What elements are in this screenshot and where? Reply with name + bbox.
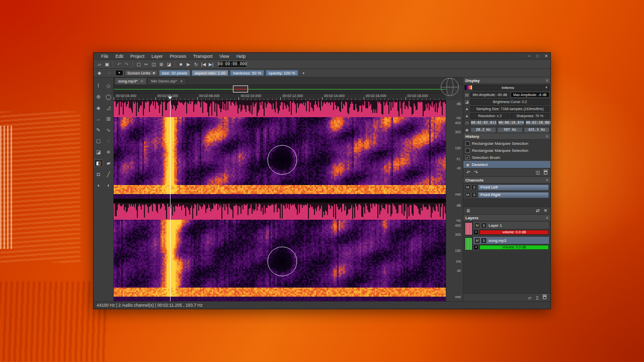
open-icon[interactable]: ▱ bbox=[96, 61, 103, 68]
loop-icon[interactable]: ↻ bbox=[192, 61, 200, 68]
brush-opacity-field[interactable]: opacity: 100 % bbox=[266, 70, 298, 76]
menu-process[interactable]: Process bbox=[167, 54, 190, 59]
layer-expand-icon[interactable]: + bbox=[473, 230, 478, 235]
panel-menu-icon[interactable]: ≡ bbox=[546, 78, 548, 83]
selection-end-field[interactable]: 00:02:20.087 bbox=[525, 120, 550, 126]
history-item-selected[interactable]: ▦ Deselect bbox=[463, 161, 550, 168]
mute-button[interactable]: M bbox=[474, 238, 480, 243]
layer-thumbnail[interactable] bbox=[465, 237, 472, 250]
brush-preview-icon[interactable]: ▾ bbox=[115, 70, 123, 76]
undo-icon[interactable]: ↶ bbox=[115, 61, 123, 68]
sampling-size-button[interactable]: Sampling Size: 7168 samples (163ms/6Hz) bbox=[470, 106, 549, 112]
pencil-tool[interactable]: ▰ bbox=[104, 159, 113, 167]
tab-mix-demo[interactable]: Mix Demo.slp* ✕ bbox=[147, 77, 186, 84]
hand-tool[interactable]: ⊕ bbox=[94, 93, 103, 101]
minimize-button[interactable]: ─ bbox=[525, 54, 533, 58]
close-tab-icon[interactable]: ✕ bbox=[140, 79, 143, 83]
max-amplitude-button[interactable]: Max Amplitude: -6 dB bbox=[511, 92, 550, 98]
menu-file[interactable]: File bbox=[98, 54, 112, 59]
layers-panel-header[interactable]: Layers ≡ bbox=[463, 215, 550, 221]
channels-list-icon[interactable]: ≣ bbox=[466, 208, 470, 213]
rectangular-marquee-tool[interactable]: ▢ bbox=[94, 137, 103, 145]
layer-volume-bar[interactable]: volume: 0.0 dB bbox=[479, 230, 549, 235]
mute-button[interactable]: M bbox=[474, 223, 480, 228]
frequency-low-field[interactable]: 28.2 Hz bbox=[470, 127, 496, 133]
brightness-curve-button[interactable]: Brightness Curve: 0.2 bbox=[470, 99, 549, 105]
history-item[interactable]: Rectangular Marquee Selection bbox=[463, 140, 550, 147]
menu-project[interactable]: Project bbox=[127, 54, 148, 59]
channel-front-left[interactable]: Front Left bbox=[478, 185, 549, 191]
panel-menu-icon[interactable]: ≡ bbox=[546, 178, 548, 183]
time-selection-tool[interactable]: I bbox=[94, 82, 103, 89]
timeline-ruler[interactable]: 00:02:04.00000:02:06.00000:02:08.00000:0… bbox=[114, 94, 446, 100]
selection-length-field[interactable]: 00:00:18.074 bbox=[498, 120, 525, 126]
mute-button[interactable]: M bbox=[465, 185, 470, 190]
history-redo-icon[interactable]: ↷ bbox=[474, 170, 478, 175]
navigation-sphere-icon[interactable] bbox=[441, 78, 459, 96]
polygon-selection-tool[interactable]: ◇ bbox=[104, 82, 113, 89]
eraser-tool[interactable]: ◧ bbox=[94, 159, 103, 167]
transform-tool[interactable]: ⊞ bbox=[104, 115, 113, 123]
layer-volume-bar[interactable]: Volume: 0.0 dB bbox=[479, 245, 549, 250]
frequency-high-field[interactable]: 425.3 Hz bbox=[524, 127, 549, 133]
history-checkbox[interactable]: ✓ bbox=[465, 155, 470, 160]
menu-view[interactable]: View bbox=[216, 54, 232, 59]
split-channels-icon[interactable]: ✕ bbox=[543, 208, 547, 213]
brush-stencil-icon[interactable]: ◌ bbox=[105, 69, 114, 76]
lasso-tool[interactable]: ◌ bbox=[104, 137, 113, 145]
history-item[interactable]: ✓ Selection Brush bbox=[463, 154, 550, 161]
cube-tool[interactable]: ◈ bbox=[94, 104, 103, 112]
layer-thumbnail[interactable] bbox=[465, 222, 472, 235]
copy-icon[interactable]: ◫ bbox=[150, 61, 157, 68]
history-checkbox[interactable] bbox=[465, 141, 470, 146]
history-copy-icon[interactable]: ◫ bbox=[535, 170, 540, 175]
close-button[interactable]: ✕ bbox=[542, 54, 550, 58]
frequency-mid-field[interactable]: 397 Hz bbox=[497, 127, 523, 133]
brush-aspect-field[interactable]: aspect ratio: 1.00 bbox=[192, 70, 228, 76]
clone-stamp-tool[interactable]: ◘ bbox=[94, 170, 103, 178]
previous-icon[interactable]: |◀ bbox=[200, 61, 207, 68]
colormap-swatch[interactable] bbox=[464, 85, 472, 90]
menu-transport[interactable]: Transport bbox=[190, 54, 216, 59]
overview-view-rect[interactable] bbox=[233, 85, 248, 93]
close-tab-icon[interactable]: ✕ bbox=[180, 79, 183, 83]
zoom-tool[interactable]: ◯ bbox=[104, 93, 113, 101]
channel-front-right[interactable]: Front Right bbox=[478, 192, 549, 198]
layer-row[interactable]: M S Layer 1 + volume: 0.0 dB bbox=[463, 221, 550, 236]
selection-start-field[interactable]: 00:02:02.013 bbox=[470, 120, 497, 126]
panel-menu-icon[interactable]: ≡ bbox=[546, 134, 548, 139]
channels-panel-header[interactable]: Channels ≡ bbox=[463, 177, 550, 184]
mute-button[interactable]: M bbox=[465, 192, 470, 198]
new-layer-icon[interactable]: ▯ bbox=[536, 295, 538, 300]
magic-wand-tool[interactable]: ✳ bbox=[104, 148, 113, 156]
cut-icon[interactable]: ✂ bbox=[142, 61, 150, 68]
brush-hardness-field[interactable]: hardness: 50 % bbox=[230, 70, 264, 76]
colormap-dropdown-icon[interactable]: ▾ bbox=[543, 85, 549, 90]
trim-icon[interactable]: ◪ bbox=[165, 61, 173, 68]
menu-edit[interactable]: Edit bbox=[112, 54, 127, 59]
history-undo-icon[interactable]: ↶ bbox=[466, 170, 470, 175]
menu-help[interactable]: Help bbox=[233, 54, 250, 59]
solo-button[interactable]: S bbox=[471, 185, 477, 190]
history-panel-header[interactable]: History ≡ bbox=[463, 133, 550, 140]
layer-name-row[interactable]: M S song.mp3 bbox=[473, 237, 549, 244]
spectrogram-front-right[interactable] bbox=[114, 203, 446, 301]
delete-layer-icon[interactable] bbox=[543, 296, 546, 299]
display-panel-header[interactable]: Display ≡ bbox=[463, 77, 550, 84]
frequency-pen-tool[interactable]: ✎ bbox=[94, 126, 103, 134]
menu-layer[interactable]: Layer bbox=[148, 54, 167, 59]
sharpness-button[interactable]: Sharpness: 70 % bbox=[511, 113, 550, 119]
units-dropdown[interactable]: Screen Units ▾ bbox=[125, 70, 157, 76]
solo-button[interactable]: S bbox=[481, 238, 487, 243]
marquee-icon[interactable]: ▢ bbox=[135, 61, 142, 68]
history-checkbox[interactable] bbox=[465, 148, 470, 153]
redo-icon[interactable]: ↷ bbox=[123, 61, 130, 68]
measure-tool[interactable]: ◿ bbox=[104, 104, 113, 112]
spectrogram-front-left[interactable] bbox=[114, 100, 446, 199]
colormap-select[interactable]: Inferno bbox=[473, 85, 542, 90]
stop-icon[interactable]: ■ bbox=[177, 61, 185, 68]
min-amplitude-button[interactable]: Min Amplitude: -90 dB bbox=[470, 92, 510, 98]
move-tool[interactable]: ↔ bbox=[94, 115, 103, 123]
swap-channels-icon[interactable]: ⇄ bbox=[536, 208, 540, 213]
selection-brush-tool[interactable]: ◪ bbox=[94, 148, 103, 156]
